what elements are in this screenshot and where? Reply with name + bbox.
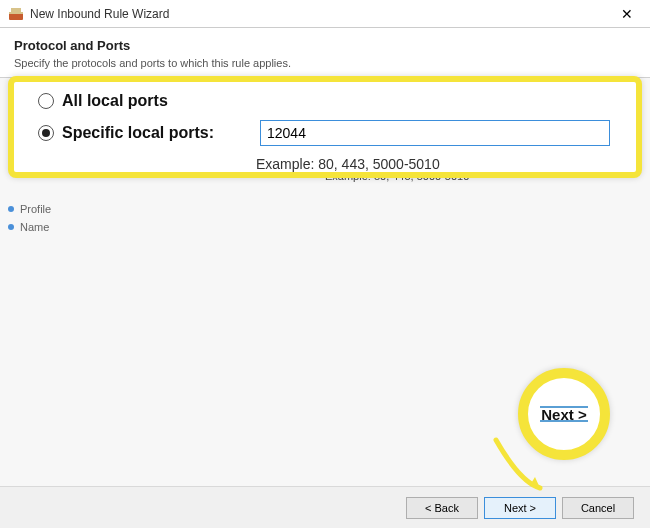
step-profile[interactable]: Profile bbox=[6, 200, 154, 218]
step-label: Profile bbox=[20, 203, 51, 215]
hl-example-text: Example: 80, 443, 5000-5010 bbox=[256, 156, 620, 172]
titlebar: New Inbound Rule Wizard ✕ bbox=[0, 0, 650, 28]
bullet-icon bbox=[8, 206, 14, 212]
window-title: New Inbound Rule Wizard bbox=[30, 7, 612, 21]
page-subtitle: Specify the protocols and ports to which… bbox=[14, 57, 636, 69]
bullet-icon bbox=[8, 224, 14, 230]
radio-icon bbox=[38, 125, 54, 141]
highlight-callout-ports: All local ports Specific local ports: Ex… bbox=[8, 76, 642, 178]
cancel-button[interactable]: Cancel bbox=[562, 497, 634, 519]
hl-option-label: Specific local ports: bbox=[62, 124, 252, 142]
svg-rect-2 bbox=[11, 8, 21, 12]
next-button[interactable]: Next > bbox=[484, 497, 556, 519]
wizard-footer: < Back Next > Cancel bbox=[0, 486, 650, 528]
hl-next-label: Next > bbox=[541, 406, 586, 423]
hl-option-specific: Specific local ports: bbox=[38, 120, 620, 146]
wizard-header: Protocol and Ports Specify the protocols… bbox=[0, 28, 650, 78]
page-title: Protocol and Ports bbox=[14, 38, 636, 53]
step-name[interactable]: Name bbox=[6, 218, 154, 236]
firewall-icon bbox=[8, 6, 24, 22]
step-label: Name bbox=[20, 221, 49, 233]
back-button[interactable]: < Back bbox=[406, 497, 478, 519]
radio-icon bbox=[38, 93, 54, 109]
highlight-next-circle: Next > bbox=[518, 368, 610, 460]
hl-option-label: All local ports bbox=[62, 92, 168, 110]
hl-option-all: All local ports bbox=[38, 92, 620, 110]
close-button[interactable]: ✕ bbox=[612, 6, 642, 22]
hl-port-input bbox=[260, 120, 610, 146]
svg-rect-1 bbox=[9, 12, 23, 14]
